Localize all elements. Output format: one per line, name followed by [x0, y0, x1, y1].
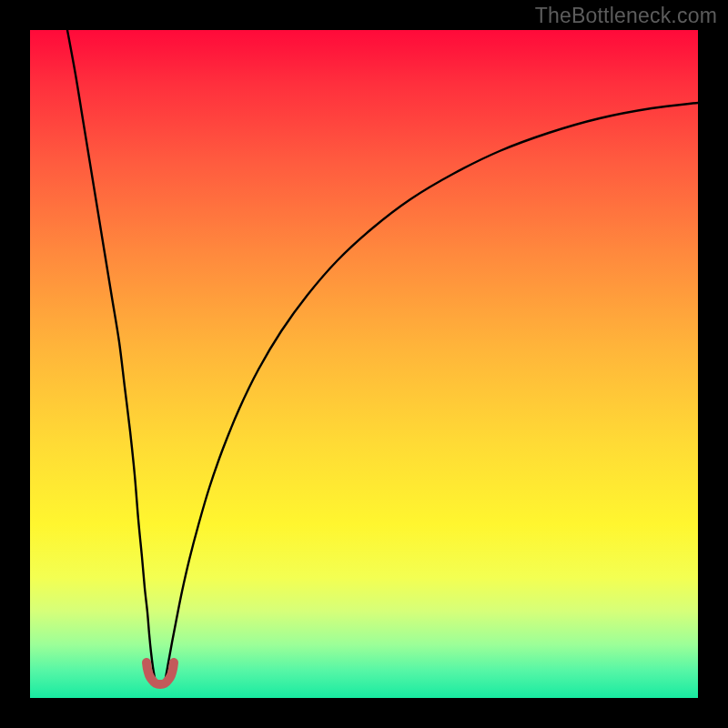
watermark-text: TheBottleneck.com [535, 4, 717, 28]
chart-frame: TheBottleneck.com [0, 0, 728, 728]
curve-layer [30, 30, 698, 698]
plot-area [30, 30, 698, 698]
curve-right-branch [166, 103, 698, 678]
curve-left-branch [67, 30, 155, 678]
curve-bottom-hook [147, 662, 174, 684]
